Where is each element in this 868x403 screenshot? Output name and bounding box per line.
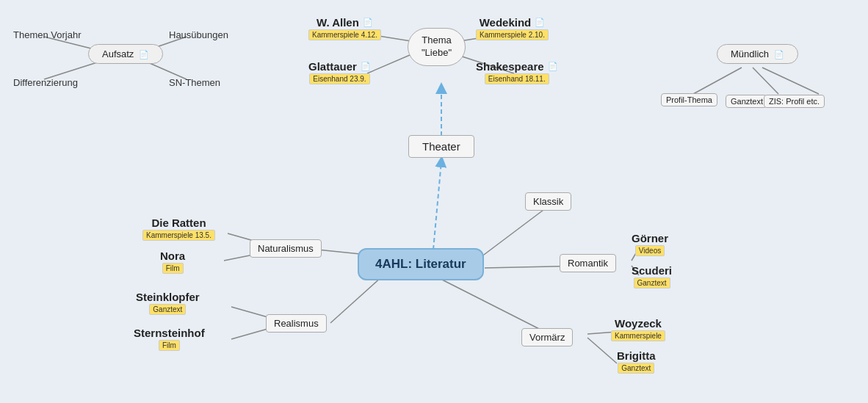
nora-label: Nora — [160, 250, 185, 262]
zis-label[interactable]: ZIS: Profil etc. — [764, 94, 825, 107]
profil-thema-label: Profil-Thema — [661, 94, 717, 105]
wallen-label: W. Allen — [317, 16, 359, 29]
shakespeare-node[interactable]: Shakespeare 📄 Eisenhand 18.11. — [476, 60, 558, 84]
wedekind-label: Wedekind — [480, 16, 532, 29]
doc-icon-glattauer: 📄 — [361, 62, 371, 71]
muendlich-box: Mündlich 📄 — [717, 44, 798, 64]
glattauer-node[interactable]: Glattauer 📄 Eisenhand 23.9. — [308, 60, 371, 84]
brigitta-label: Brigitta — [617, 349, 656, 362]
woyzeck-label: Woyzeck — [615, 317, 662, 330]
scuderi-node[interactable]: Scuderi Ganztext — [632, 264, 672, 288]
doc-icon-shakespeare: 📄 — [548, 62, 558, 71]
steinklopfer-node[interactable]: Steinklopfer Ganztext — [136, 291, 200, 315]
steinklopfer-label: Steinklopfer — [136, 291, 200, 303]
die-ratten-label: Die Ratten — [151, 217, 206, 229]
themen-vorjahr-label: Themen Vorjahr — [13, 29, 82, 40]
wallen-node[interactable]: W. Allen 📄 Kammerspiele 4.12. — [308, 16, 381, 40]
svg-line-23 — [693, 68, 742, 94]
wedekind-badge: Kammerspiele 2.10. — [476, 29, 549, 40]
naturalismus-box: Naturalismus — [250, 239, 322, 258]
sternsteinhof-badge: Film — [159, 340, 180, 351]
svg-line-1 — [433, 161, 441, 250]
die-ratten-badge: Kammerspiele 13.5. — [142, 230, 215, 241]
shakespeare-label: Shakespeare — [476, 60, 544, 73]
sternsteinhof-node[interactable]: Sternsteinhof Film — [134, 327, 205, 351]
profil-thema-box[interactable]: Profil-Thema — [661, 93, 717, 106]
main-box: 4AHL: Literatur — [358, 248, 484, 280]
nora-badge: Film — [162, 263, 184, 274]
die-ratten-node[interactable]: Die Ratten Kammerspiele 13.5. — [142, 217, 215, 241]
sn-themen-label: SN-Themen — [169, 77, 220, 88]
nora-node[interactable]: Nora Film — [160, 250, 185, 274]
aufsatz-node[interactable]: Aufsatz 📄 — [88, 44, 163, 64]
doc-icon-wedekind: 📄 — [535, 18, 545, 27]
romantik-node[interactable]: Romantik — [560, 254, 616, 272]
svg-line-14 — [587, 338, 617, 363]
aufsatz-box: Aufsatz 📄 — [88, 44, 163, 64]
glattauer-label: Glattauer — [308, 60, 357, 73]
woyzeck-node[interactable]: Woyzeck Kammerspiele — [611, 317, 665, 341]
thema-liebe-box: Thema "Liebe" — [408, 28, 466, 66]
brigitta-badge: Ganztext — [618, 363, 654, 374]
differenzierung-label: Differenzierung — [13, 77, 78, 88]
muendlich-node[interactable]: Mündlich 📄 — [717, 44, 798, 64]
brigitta-node[interactable]: Brigitta Ganztext — [617, 349, 656, 374]
svg-line-10 — [441, 279, 549, 334]
realismus-node[interactable]: Realismus — [266, 314, 327, 333]
doc-icon: 📄 — [139, 50, 149, 59]
doc-icon-wallen: 📄 — [363, 18, 373, 27]
klassik-node[interactable]: Klassik — [525, 192, 571, 211]
sternsteinhof-label: Sternsteinhof — [134, 327, 205, 339]
gorner-label: Görner — [632, 232, 668, 244]
main-node[interactable]: 4AHL: Literatur — [358, 248, 484, 280]
svg-line-25 — [762, 68, 819, 94]
naturalismus-node[interactable]: Naturalismus — [250, 239, 322, 258]
realismus-box: Realismus — [266, 314, 327, 333]
glattauer-badge: Eisenhand 23.9. — [309, 73, 369, 84]
gorner-node[interactable]: Görner Videos — [632, 232, 668, 256]
theater-node[interactable]: Theater — [408, 135, 474, 158]
vormaerz-box: Vormärz — [521, 328, 573, 346]
hausuebungen-label: Hausübungen — [169, 29, 228, 40]
gorner-badge: Videos — [635, 245, 665, 256]
thema-liebe-node[interactable]: Thema "Liebe" — [408, 28, 466, 66]
steinklopfer-badge: Ganztext — [149, 304, 186, 315]
mind-map-canvas: Themen Vorjahr Differenzierung Hausübung… — [0, 0, 868, 403]
scuderi-label: Scuderi — [632, 264, 672, 277]
romantik-box: Romantik — [560, 254, 616, 272]
vormaerz-node[interactable]: Vormärz — [521, 328, 573, 346]
theater-box: Theater — [408, 135, 474, 158]
wallen-badge: Kammerspiele 4.12. — [308, 29, 381, 40]
svg-line-24 — [753, 68, 778, 94]
klassik-box: Klassik — [525, 192, 571, 211]
scuderi-badge: Ganztext — [634, 277, 670, 288]
wedekind-node[interactable]: Wedekind 📄 Kammerspiele 2.10. — [476, 16, 549, 40]
woyzeck-badge: Kammerspiele — [611, 330, 665, 341]
shakespeare-badge: Eisenhand 18.11. — [485, 73, 549, 84]
doc-icon-muendlich: 📄 — [774, 50, 784, 59]
svg-line-6 — [481, 206, 549, 257]
